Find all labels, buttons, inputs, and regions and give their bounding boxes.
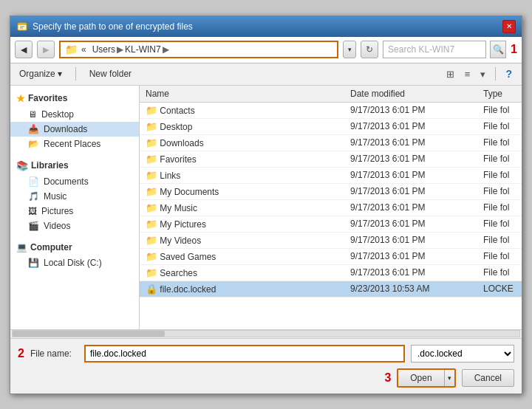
recent-places-label: Recent Places [44, 139, 100, 149]
file-type-cell: File fol [477, 134, 522, 151]
table-row[interactable]: 📁 Contacts 9/17/2013 6:01 PM File fol [140, 102, 522, 118]
path-sep-2: ▶ [163, 44, 169, 55]
file-icon: 📁 [146, 235, 157, 246]
search-button[interactable]: 🔍 [490, 41, 506, 58]
close-button[interactable]: ✕ [502, 20, 516, 33]
sidebar-item-pictures[interactable]: 🖼 Pictures [10, 204, 139, 219]
file-name-cell: 📁 My Music [140, 199, 344, 216]
file-name-cell: 📁 Downloads [140, 134, 344, 151]
organize-button[interactable]: Organize ▾ [16, 67, 65, 80]
dialog-title: Specify the path to one of encrypted fil… [33, 21, 193, 32]
main-area: ★ Favorites 🖥 Desktop 📥 Downloads 📂 Rece… [10, 86, 522, 329]
title-bar-left: Specify the path to one of encrypted fil… [16, 21, 193, 32]
pictures-icon: 🖼 [28, 206, 37, 216]
file-name-cell: 📁 Links [140, 167, 344, 183]
desktop-label: Desktop [41, 109, 74, 120]
filename-row: 2 File name: .doc.locked [18, 345, 514, 362]
table-row[interactable]: 📁 Links 9/17/2013 6:01 PM File fol [140, 167, 522, 183]
toolbar: Organize ▾ New folder ⊞ ≡ ▾ ? [10, 63, 522, 86]
table-row[interactable]: 📁 Searches 9/17/2013 6:01 PM File fol [140, 264, 522, 281]
back-button[interactable]: ◀ [15, 41, 33, 58]
file-date-cell: 9/17/2013 6:01 PM [344, 118, 477, 134]
open-button[interactable]: Open [398, 370, 443, 386]
libraries-icon: 📚 [16, 160, 28, 171]
documents-icon: 📄 [28, 176, 39, 187]
file-name-cell: 📁 My Pictures [140, 216, 344, 232]
file-icon: 📁 [146, 219, 157, 230]
table-row[interactable]: 📁 My Documents 9/17/2013 6:01 PM File fo… [140, 183, 522, 199]
new-folder-label: New folder [89, 69, 132, 79]
path-dropdown-button[interactable]: ▾ [343, 41, 356, 58]
sidebar-item-videos[interactable]: 🎬 Videos [10, 219, 139, 233]
filetype-select[interactable]: .doc.locked [411, 345, 514, 362]
file-date-cell: 9/17/2013 6:01 PM [344, 134, 477, 151]
col-type[interactable]: Type [477, 86, 522, 103]
sidebar-item-localdisk[interactable]: 💾 Local Disk (C:) [10, 255, 139, 270]
music-icon: 🎵 [28, 191, 39, 202]
file-name-cell: 🔒 file.doc.locked [140, 281, 344, 297]
file-type-cell: File fol [477, 232, 522, 248]
open-dropdown-button[interactable]: ▾ [444, 370, 454, 386]
table-row[interactable]: 📁 Downloads 9/17/2013 6:01 PM File fol [140, 134, 522, 151]
action-row: 3 Open ▾ Cancel [18, 368, 514, 388]
disk-icon: 💾 [28, 258, 39, 268]
col-date[interactable]: Date modified [344, 86, 477, 103]
sidebar: ★ Favorites 🖥 Desktop 📥 Downloads 📂 Rece… [10, 86, 140, 329]
file-name-input[interactable] [84, 345, 405, 362]
file-icon: 📁 [146, 251, 157, 262]
search-box[interactable]: Search KL-WIN7 [383, 41, 486, 58]
label-number-3: 3 [384, 371, 391, 385]
table-row[interactable]: 📁 Saved Games 9/17/2013 6:01 PM File fol [140, 248, 522, 264]
view-separator [495, 67, 496, 80]
file-date-cell: 9/17/2013 6:01 PM [344, 102, 477, 118]
file-name-cell: 📁 Contacts [140, 102, 344, 118]
sidebar-libraries-header: 📚 Libraries [10, 157, 139, 174]
file-type-cell: File fol [477, 167, 522, 183]
file-date-cell: 9/17/2013 6:01 PM [344, 199, 477, 216]
file-name-cell: 📁 Searches [140, 264, 344, 281]
title-icon [16, 21, 28, 32]
file-date-cell: 9/17/2013 6:01 PM [344, 167, 477, 183]
local-disk-label: Local Disk (C:) [44, 258, 102, 268]
view-list-button[interactable]: ≡ [461, 66, 474, 82]
file-date-cell: 9/17/2013 6:01 PM [344, 151, 477, 167]
horizontal-scrollbar[interactable] [10, 329, 522, 338]
help-button[interactable]: ? [502, 66, 516, 82]
file-name-cell: 📁 Favorites [140, 151, 344, 167]
address-path[interactable]: 📁 « Users ▶ KL-WIN7 ▶ [59, 41, 338, 58]
scrollbar-thumb[interactable] [13, 331, 165, 337]
file-type-cell: File fol [477, 199, 522, 216]
sidebar-favorites-header: ★ Favorites [10, 90, 139, 107]
new-folder-button[interactable]: New folder [86, 67, 134, 80]
cancel-button[interactable]: Cancel [462, 369, 514, 387]
table-row[interactable]: 📁 My Videos 9/17/2013 6:01 PM File fol [140, 232, 522, 248]
computer-label: Computer [30, 242, 72, 252]
view-details-button[interactable]: ⊞ [443, 66, 458, 82]
col-name[interactable]: Name [140, 86, 344, 103]
file-list[interactable]: Name Date modified Type 📁 Contacts 9/17/… [140, 86, 522, 329]
videos-label: Videos [44, 221, 70, 231]
table-row[interactable]: 📁 My Pictures 9/17/2013 6:01 PM File fol [140, 216, 522, 232]
table-row[interactable]: 📁 Desktop 9/17/2013 6:01 PM File fol [140, 118, 522, 134]
dialog-window: Specify the path to one of encrypted fil… [10, 16, 522, 394]
toolbar-separator [75, 67, 76, 80]
label-number-1: 1 [511, 43, 517, 56]
sidebar-item-music[interactable]: 🎵 Music [10, 189, 139, 204]
view-dropdown-button[interactable]: ▾ [477, 66, 489, 82]
title-bar: Specify the path to one of encrypted fil… [10, 16, 522, 37]
sidebar-item-desktop[interactable]: 🖥 Desktop [10, 107, 139, 122]
file-type-cell: File fol [477, 216, 522, 232]
refresh-button[interactable]: ↻ [361, 41, 378, 58]
file-icon: 📁 [146, 267, 157, 278]
sidebar-item-downloads[interactable]: 📥 Downloads [10, 122, 139, 137]
sidebar-item-recent[interactable]: 📂 Recent Places [10, 137, 139, 151]
table-row[interactable]: 📁 My Music 9/17/2013 6:01 PM File fol [140, 199, 522, 216]
path-kl-win7: KL-WIN7 [125, 44, 161, 55]
sidebar-item-documents[interactable]: 📄 Documents [10, 174, 139, 189]
desktop-folder-icon: 🖥 [28, 109, 37, 120]
table-row[interactable]: 🔒 file.doc.locked 9/23/2013 10:53 AM LOC… [140, 281, 522, 297]
forward-button[interactable]: ▶ [37, 41, 55, 58]
organize-arrow: ▾ [58, 69, 62, 79]
table-row[interactable]: 📁 Favorites 9/17/2013 6:01 PM File fol [140, 151, 522, 167]
music-label: Music [44, 191, 66, 202]
